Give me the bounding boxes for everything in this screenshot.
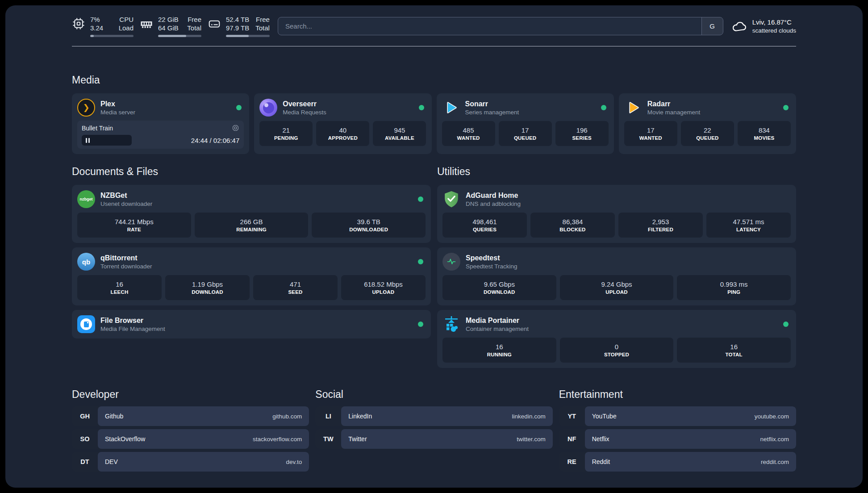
stat-value: 9.65 Gbps [484,280,515,288]
cpu-loadavg: 3.24 [90,24,103,32]
bookmark-url: stackoverflow.com [253,436,302,443]
stat-block: 471 SEED [253,275,338,300]
stat-value: 196 [576,126,588,134]
disk-resource: 52.4 TB 97.9 TB Free Total [208,15,270,37]
disk-icon [208,17,221,30]
bookmark-abbr: RE [559,452,585,472]
stat-block: 39.6 TB DOWNLOADED [312,213,426,238]
stat-block: 9.65 Gbps DOWNLOAD [442,275,556,300]
service-card-radarr[interactable]: Radarr Movie management 17 WANTED 22 QUE… [619,93,796,154]
stat-label: DOWNLOADED [349,227,388,232]
bookmark-dev[interactable]: DT DEV dev.to [72,452,309,472]
stat-label: WANTED [457,135,480,141]
utilities-column: Utilities [437,166,796,368]
stat-label: DOWNLOAD [192,289,223,295]
bookmark-abbr: YT [559,406,585,426]
stat-block: 0.993 ms PING [677,275,791,300]
service-card-adguard[interactable]: AdGuard Home DNS and adblocking 498,461 … [437,185,796,243]
bookmark-stackoverflow[interactable]: SO StackOverflow stackoverflow.com [72,429,309,449]
service-description: Media server [100,109,135,116]
stat-value: 17 [647,126,655,134]
stat-label: PING [727,289,740,295]
speedtest-icon [442,253,460,271]
stat-label: TOTAL [726,352,743,357]
service-card-portainer[interactable]: Media Portainer Container management 16 … [437,310,796,368]
cpu-progress-bar [90,35,134,37]
disk-progress-bar [226,35,270,37]
stat-block: 47.571 ms LATENCY [706,213,791,238]
top-bar: 7% 3.24 CPU Load [72,15,796,37]
bookmark-url: reddit.com [761,459,789,465]
memory-resource: 22 GiB 64 GiB Free Total [140,15,201,37]
nzbget-icon: nzbget [77,190,95,208]
stat-label: UPLOAD [605,289,628,295]
service-card-speedtest[interactable]: Speedtest Speedtest Tracking 9.65 Gbps D… [437,247,796,305]
stat-label: LATENCY [736,227,761,232]
stat-block: 16 RUNNING [442,338,556,363]
header-divider [72,46,796,46]
stat-block: 196 SERIES [555,121,609,146]
stat-value: 498,461 [472,218,497,226]
stat-label: REMAINING [236,227,267,232]
status-dot [418,259,423,264]
section-title-media: Media [72,74,796,86]
service-name: Sonarr [465,100,519,108]
bookmark-abbr: LI [315,406,341,426]
bookmark-github[interactable]: GH Github github.com [72,406,309,426]
memory-progress-bar [158,35,201,37]
service-card-filebrowser[interactable]: File Browser Media File Management [72,310,431,338]
bookmark-linkedin[interactable]: LI LinkedIn linkedin.com [315,406,552,426]
service-description: Media File Management [100,326,165,332]
plex-now-playing: Bullet Train 24:44 / 02:06:47 [77,121,244,149]
portainer-icon [442,315,460,333]
status-dot [783,105,789,110]
stat-block: 618.52 Mbps UPLOAD [341,275,426,300]
bookmark-url: dev.to [286,459,302,465]
service-card-qbittorrent[interactable]: qb qBittorrent Torrent downloader 16 LEE… [72,247,431,305]
service-name: Speedtest [466,254,517,262]
stat-label: QUERIES [473,227,497,232]
stat-label: RATE [127,227,141,232]
bookmark-name: LinkedIn [348,413,372,420]
stat-value: 22 [704,126,711,134]
stat-value: 86,384 [563,218,583,226]
stat-value: 618.52 Mbps [364,280,403,288]
stat-value: 2,953 [652,218,669,226]
stat-block: 834 MOVIES [738,121,791,146]
service-description: Container management [466,326,529,332]
bookmark-netflix[interactable]: NF Netflix netflix.com [559,429,796,449]
stat-value: 21 [282,126,290,134]
bookmark-abbr: TW [315,429,341,449]
service-card-plex[interactable]: ❯ Plex Media server Bullet Train [72,93,249,154]
stat-block: 17 QUEUED [499,121,552,146]
bookmark-url: github.com [272,413,302,420]
section-title-developer: Developer [72,389,309,401]
bookmark-twitter[interactable]: TW Twitter twitter.com [315,429,552,449]
stat-label: MOVIES [754,135,774,141]
stat-block: 40 APPROVED [316,121,369,146]
cpu-resource: 7% 3.24 CPU Load [72,15,134,37]
stat-value: 834 [759,126,770,134]
stat-block: 22 QUEUED [681,121,734,146]
disk-total: 97.9 TB [226,24,249,32]
section-title-social: Social [315,389,552,401]
search-input[interactable] [278,17,701,35]
bookmark-youtube[interactable]: YT YouTube youtube.com [559,406,796,426]
stat-label: RUNNING [487,352,512,357]
stat-value: 1.19 Gbps [192,280,223,288]
stat-label: SEED [288,289,302,295]
search-engine-button[interactable]: G [701,17,723,35]
stat-block: 17 WANTED [624,121,677,146]
bookmark-reddit[interactable]: RE Reddit reddit.com [559,452,796,472]
service-card-nzbget[interactable]: nzbget NZBGet Usenet downloader 744.21 M… [72,185,431,243]
bookmark-name: StackOverflow [105,435,145,443]
radarr-icon [624,99,642,117]
cpu-label: CPU [119,15,134,24]
service-card-sonarr[interactable]: Sonarr Series management 485 WANTED 17 Q… [437,93,614,154]
stat-value: 471 [290,280,301,288]
cpu-icon [72,17,85,30]
disk-free-label: Free [255,15,270,24]
bookmark-name: Github [105,413,123,420]
bookmark-name: Twitter [348,435,367,443]
service-card-overseerr[interactable]: Overseerr Media Requests 21 PENDING 40 A… [254,93,431,154]
